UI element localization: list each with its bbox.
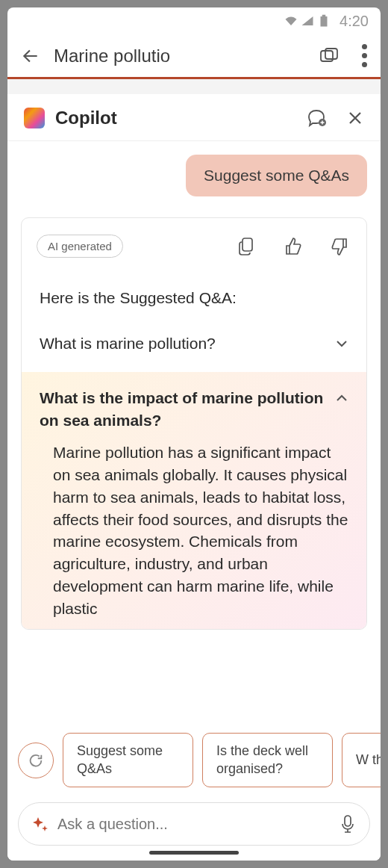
thumbs-down-icon[interactable] <box>331 237 348 256</box>
refresh-icon <box>28 752 44 769</box>
present-icon[interactable] <box>319 46 340 66</box>
chevron-down-icon <box>335 337 348 350</box>
qa-answer: Marine pollution has a significant impac… <box>40 431 348 620</box>
app-header: Marine pollutio <box>7 34 381 79</box>
ai-generated-badge: AI generated <box>37 235 123 258</box>
svg-rect-3 <box>325 49 337 59</box>
new-chat-icon[interactable] <box>306 108 327 128</box>
document-title: Marine pollutio <box>54 46 305 66</box>
qa-item-collapsed[interactable]: What is marine pollution? <box>22 314 366 372</box>
copilot-title: Copilot <box>55 108 295 128</box>
refresh-button[interactable] <box>18 743 54 778</box>
input-bar[interactable] <box>18 802 370 846</box>
thumbs-up-icon[interactable] <box>284 237 302 256</box>
mic-icon[interactable] <box>340 814 356 834</box>
copilot-panel: Copilot Suggest some Q&As AI generated H… <box>7 94 381 861</box>
response-card: AI generated Here is the Suggested Q&A: … <box>21 217 367 630</box>
signal-icon <box>301 14 314 28</box>
status-time: 4:20 <box>340 13 369 30</box>
svg-rect-1 <box>322 15 326 16</box>
suggestion-chip[interactable]: Is the deck well organised? <box>202 733 333 787</box>
user-message: Suggest some Q&As <box>186 155 367 196</box>
chevron-up-icon <box>335 391 348 405</box>
svg-rect-0 <box>321 16 328 27</box>
response-intro: Here is the Suggested Q&A: <box>22 267 366 314</box>
wifi-icon <box>284 14 298 28</box>
suggestion-chip[interactable]: W th <box>342 733 381 787</box>
suggestion-bar: Suggest some Q&As Is the deck well organ… <box>7 718 381 798</box>
status-bar: 4:20 <box>7 7 381 34</box>
copilot-header: Copilot <box>7 94 381 141</box>
sparkle-icon <box>32 816 48 832</box>
response-actions: AI generated <box>22 218 366 267</box>
separator <box>7 79 381 94</box>
home-indicator[interactable] <box>149 851 239 855</box>
more-icon[interactable] <box>362 44 367 67</box>
svg-rect-5 <box>242 238 252 251</box>
back-icon[interactable] <box>21 46 40 66</box>
qa-item-expanded[interactable]: What is the impact of marine pollution o… <box>22 372 366 628</box>
question-input[interactable] <box>57 816 331 833</box>
copy-icon[interactable] <box>238 237 256 256</box>
copilot-logo-icon <box>24 108 45 128</box>
svg-rect-6 <box>345 816 351 826</box>
battery-icon <box>317 14 331 28</box>
qa-question: What is marine pollution? <box>40 332 326 354</box>
svg-rect-2 <box>321 51 333 61</box>
close-icon[interactable] <box>346 109 364 127</box>
suggestion-chip[interactable]: Suggest some Q&As <box>63 733 193 787</box>
qa-question: What is the impact of marine pollution o… <box>40 387 326 431</box>
chat-area: Suggest some Q&As AI generated Here is t… <box>7 141 381 718</box>
